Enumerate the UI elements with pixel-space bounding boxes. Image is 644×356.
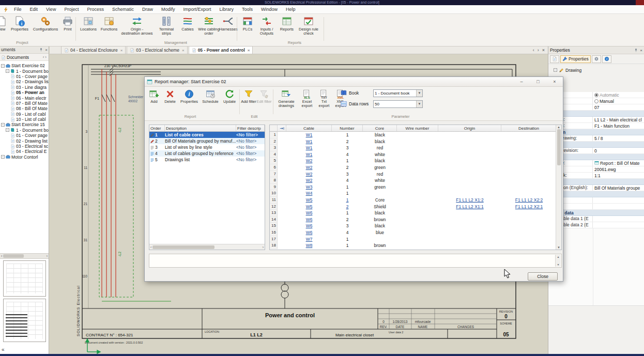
cable-core-row[interactable]: 8W24white: [270, 177, 561, 184]
cable-link[interactable]: W2: [306, 158, 313, 163]
cable-link[interactable]: W6: [306, 217, 313, 222]
ribbon-cables-button[interactable]: Cables: [179, 16, 196, 32]
menu-tools[interactable]: Tools: [238, 5, 257, 13]
tree-item-1-document-book[interactable]: −1 - Document book: [0, 68, 49, 73]
cable-core-row[interactable]: 5W21black: [270, 158, 561, 164]
report-list-header[interactable]: OrderDescriptionFilter descrip: [149, 125, 265, 132]
col-cable[interactable]: Cable: [286, 125, 332, 131]
expander-icon[interactable]: −: [1, 155, 5, 159]
cable-core-row[interactable]: 17W71: [270, 236, 561, 243]
report-list-hscrollbar[interactable]: ‹›: [149, 244, 265, 250]
menu-draw[interactable]: Draw: [138, 5, 157, 13]
tab-close-icon[interactable]: ×: [120, 48, 123, 53]
cable-link[interactable]: W1: [306, 132, 313, 137]
add-button[interactable]: Add: [146, 88, 162, 104]
cable-core-row[interactable]: 4W14white: [270, 151, 561, 158]
scroll-down-icon[interactable]: ▼: [557, 246, 560, 249]
expander-icon[interactable]: −: [1, 123, 5, 127]
tree-item-04-electrical-e[interactable]: 04 - Electrical E: [0, 149, 49, 154]
drawing-thumbnail[interactable]: [3, 260, 46, 297]
tab-close-icon[interactable]: ×: [248, 48, 250, 53]
tree-item-start-exercise-02[interactable]: −Start Exercise 02: [0, 63, 49, 68]
expander-icon[interactable]: −: [6, 69, 9, 73]
edit-filter-button[interactable]: Edit filter: [256, 88, 272, 104]
properties-panel-header[interactable]: Properties ×: [548, 47, 644, 54]
tree-item-03-line-diagra[interactable]: 03 - Line diagra: [0, 85, 49, 90]
ribbon-configurations-button[interactable]: Configurations: [31, 16, 60, 32]
cable-link[interactable]: W6: [306, 210, 313, 215]
cable-core-row[interactable]: 6W22green: [270, 164, 561, 171]
menu-import-export[interactable]: Import/Export: [179, 5, 215, 13]
scroll-right-icon[interactable]: ›: [47, 254, 48, 258]
tab-05-power-and-control[interactable]: 05 - Power and control×: [189, 46, 253, 54]
tree-item-motor-contorl[interactable]: −Motor Contorl: [0, 154, 49, 160]
cable-link[interactable]: W1: [306, 152, 313, 157]
scroll-right-icon[interactable]: ›: [263, 245, 264, 249]
panel-close-icon[interactable]: ×: [45, 47, 48, 53]
tab-04-electrical-enclosure[interactable]: 04 - Electrical Enclosure×: [61, 46, 126, 54]
table-vscrollbar[interactable]: ▲▼: [556, 125, 561, 250]
menu-view[interactable]: View: [42, 5, 60, 13]
tree-item-start-exercise-15[interactable]: −Start Exercise 15: [0, 122, 49, 127]
col-origin[interactable]: Origin: [438, 125, 501, 131]
cable-link[interactable]: W7: [306, 237, 313, 242]
cable-link[interactable]: W5: [306, 204, 313, 209]
report-row-list-of-cables-grouped-by-reference[interactable]: 4List of cables grouped by reference<No …: [149, 150, 265, 157]
document-tab-button[interactable]: [550, 55, 559, 63]
expander-icon[interactable]: −: [6, 128, 9, 132]
drawing-thumbnail[interactable]: [3, 299, 46, 342]
col-core[interactable]: Core: [363, 125, 397, 131]
report-note-field[interactable]: ▲▼: [149, 254, 562, 268]
menu-project[interactable]: Project: [60, 5, 83, 13]
menu-window[interactable]: Window: [257, 5, 282, 13]
cable-core-row[interactable]: 2W12black: [270, 138, 561, 145]
report-row-bill-of-materials-grouped-by-manuf[interactable]: 2Bill Of Materials grouped by manuf...<N…: [149, 138, 265, 144]
tab-close-all-icon[interactable]: ×: [542, 48, 545, 53]
info-button[interactable]: i: [602, 55, 611, 63]
spin-down-icon[interactable]: ▼: [557, 263, 560, 266]
ribbon-functions-button[interactable]: Functions: [98, 16, 120, 32]
txt-export-button[interactable]: TXTTxt export: [316, 88, 332, 108]
cable-link[interactable]: W1: [306, 145, 313, 150]
documents-panel-header[interactable]: uments ×: [0, 47, 49, 54]
preview-thumbnails[interactable]: [2, 260, 47, 342]
col-wire-number[interactable]: Wire number: [397, 125, 438, 131]
excel-export-button[interactable]: XLSExcel export: [298, 88, 316, 108]
add-filter-button[interactable]: Add filter: [241, 88, 256, 104]
cable-link[interactable]: W2: [306, 165, 313, 170]
tree-item-10-list-of-cabl[interactable]: 10 - List of cabl: [0, 117, 49, 122]
tree-item-07-bill-of-mate[interactable]: 07 - Bill Of Mate: [0, 101, 49, 106]
report-manager-dialog[interactable]: Report manager: Start Exercise 02 – □ × …: [144, 76, 563, 282]
cable-core-row[interactable]: 1W11black: [270, 132, 561, 138]
tree-item-02-drawings-list[interactable]: 02 - Drawings list: [0, 79, 49, 84]
dialog-close-button[interactable]: Close: [528, 272, 558, 281]
cable-core-row[interactable]: 10W41: [270, 190, 561, 197]
table-header[interactable]: CableNumberCoreWire numberOriginDestinat…: [270, 125, 561, 132]
cable-core-row[interactable]: 9W31green: [270, 184, 561, 191]
properties-tab-button[interactable]: Properties: [560, 55, 591, 63]
report-row-list-of-wires-by-line-style[interactable]: 3List of wires by line style<No filter>: [149, 144, 265, 150]
chevron-down-icon[interactable]: ▼: [416, 90, 422, 97]
cable-core-row[interactable]: 14W62brown: [270, 216, 561, 223]
ribbon-origin-destination-arrows-button[interactable]: Origin - destination arrows: [121, 16, 153, 36]
menu-edit[interactable]: Edit: [26, 5, 42, 13]
expander-icon[interactable]: −: [1, 64, 5, 68]
tab-03-electrical-scheme[interactable]: 03 - Electrical scheme×: [127, 46, 187, 54]
cable-link[interactable]: W8: [306, 243, 313, 248]
tree-item-09-list-of-cabl[interactable]: 09 - List of cabl: [0, 112, 49, 117]
cable-core-row[interactable]: 11W51CoreF1 L1 L2 X1:2F1 L1 L2 X2:2: [270, 197, 561, 204]
menu-process[interactable]: Process: [83, 5, 108, 13]
menu-help[interactable]: Help: [282, 5, 300, 13]
tree-item-06-main-electr[interactable]: 06 - Main electr: [0, 95, 49, 100]
settings-button[interactable]: [592, 55, 601, 63]
tree-item-01-cover-page[interactable]: 01 - Cover page: [0, 133, 49, 138]
origin-link[interactable]: F1 L1 L2 X1:1: [456, 204, 483, 209]
tree-item-01-cover-page[interactable]: 01 - Cover page: [0, 74, 49, 79]
window-close-button[interactable]: [636, 0, 644, 5]
ribbon-properties-button[interactable]: iProperties: [8, 16, 31, 32]
spin-up-icon[interactable]: ▲: [557, 255, 560, 258]
menu-schematic[interactable]: Schematic: [108, 5, 138, 13]
cable-core-row[interactable]: 18W81brown: [270, 242, 561, 249]
radio-manual[interactable]: [594, 99, 599, 103]
scrollbar-thumb[interactable]: [152, 245, 214, 249]
